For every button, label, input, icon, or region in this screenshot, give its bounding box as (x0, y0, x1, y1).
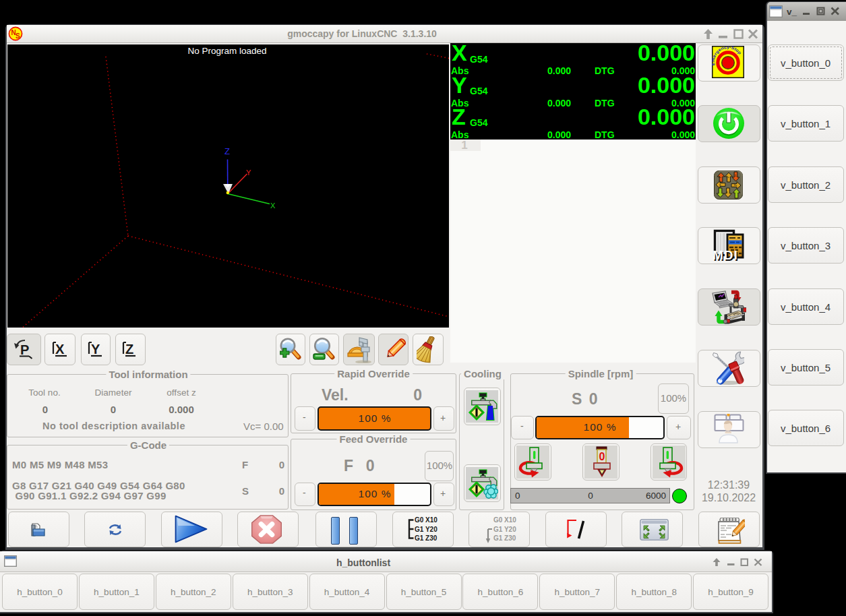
svg-text:X: X (270, 202, 276, 210)
svg-text:MDI: MDI (713, 248, 738, 261)
svg-text:X: X (55, 342, 65, 357)
svg-text:0: 0 (599, 451, 605, 462)
svg-text:Y+: Y+ (727, 176, 729, 179)
svg-text:Y: Y (246, 168, 251, 177)
svg-text:Z+: Z+ (719, 176, 721, 179)
svg-text:Y-: Y- (727, 191, 729, 194)
svg-text:Z: Z (224, 146, 230, 156)
svg-text:S: S (16, 32, 20, 40)
svg-text:G1 Z30: G1 Z30 (415, 534, 437, 542)
svg-text:G0 X10: G0 X10 (493, 517, 516, 524)
svg-text:G1 Y20: G1 Y20 (415, 526, 437, 533)
svg-text:X+: X+ (734, 184, 737, 187)
svg-text:G1 Z30: G1 Z30 (493, 534, 516, 542)
svg-text:G1 Y20: G1 Y20 (493, 526, 516, 533)
svg-text:P: P (20, 342, 29, 357)
svg-text:Y: Y (91, 342, 100, 357)
svg-text:Z: Z (125, 342, 133, 357)
svg-text:G0 X10: G0 X10 (415, 517, 437, 524)
svg-text:Z-: Z- (735, 175, 737, 177)
svg-text:X-: X- (719, 184, 721, 187)
